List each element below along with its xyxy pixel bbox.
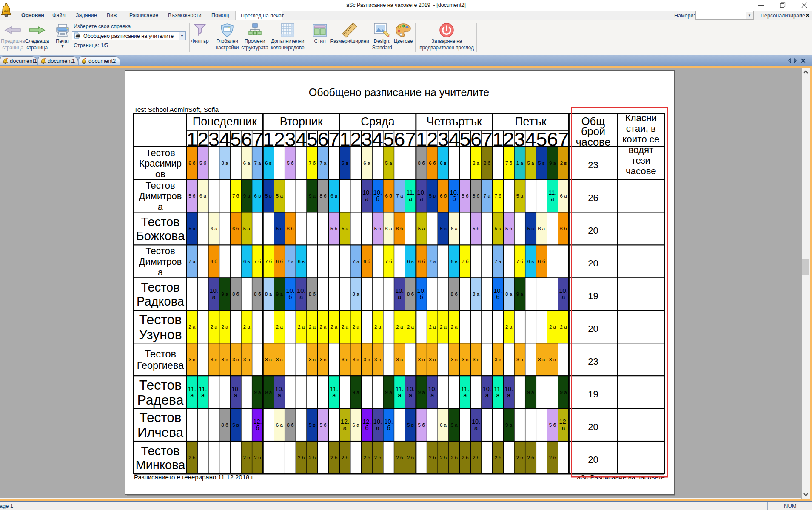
svg-text:3 в: 3 в [429, 357, 436, 362]
svg-text:2: 2 [427, 128, 438, 150]
svg-text:а: а [365, 196, 369, 202]
svg-text:10.: 10. [210, 287, 218, 294]
svg-text:6 в: 6 в [243, 259, 250, 264]
svg-text:5: 5 [459, 128, 470, 150]
svg-text:водят: водят [628, 144, 653, 155]
svg-text:10.: 10. [385, 418, 393, 425]
svg-text:6 а: 6 а [560, 193, 567, 198]
svg-text:9 а: 9 а [451, 422, 458, 428]
svg-text:Обобщено разписание на учители: Обобщено разписание на учителите [309, 86, 489, 98]
svg-text:2 б: 2 б [549, 455, 556, 460]
svg-text:5 а: 5 а [418, 226, 425, 231]
svg-text:6 а: 6 а [243, 161, 251, 166]
svg-text:а: а [562, 294, 566, 300]
svg-text:б: б [453, 196, 456, 202]
svg-text:а: а [343, 425, 347, 431]
svg-text:Илчева: Илчева [137, 425, 184, 440]
svg-text:1: 1 [263, 128, 274, 150]
svg-text:които се: които се [622, 134, 659, 144]
svg-text:4: 4 [372, 128, 383, 150]
svg-text:4: 4 [219, 128, 230, 150]
svg-text:2: 2 [503, 128, 514, 150]
svg-text:11.: 11. [461, 385, 469, 392]
svg-text:26: 26 [588, 193, 598, 203]
svg-text:6 а: 6 а [363, 161, 370, 166]
svg-text:3 в: 3 в [320, 357, 327, 362]
svg-text:3 в: 3 в [549, 357, 556, 362]
svg-text:8 б: 8 б [221, 422, 228, 428]
svg-text:а: а [212, 294, 216, 300]
svg-text:7 а: 7 а [396, 193, 403, 198]
svg-text:6 б: 6 б [429, 161, 436, 166]
svg-text:6 в: 6 в [298, 259, 305, 264]
svg-text:2 а: 2 а [211, 324, 218, 329]
svg-text:2 б: 2 б [462, 455, 469, 460]
svg-text:3 в: 3 в [363, 357, 370, 362]
svg-text:4: 4 [296, 128, 307, 150]
svg-text:2: 2 [350, 128, 362, 150]
svg-text:8 б: 8 б [309, 292, 316, 297]
svg-text:а: а [234, 392, 238, 399]
svg-text:2 а: 2 а [298, 324, 305, 329]
svg-text:asc: asc [4, 9, 9, 13]
svg-text:7: 7 [252, 128, 263, 150]
svg-text:2 б: 2 б [309, 455, 316, 460]
svg-text:10.: 10. [362, 189, 371, 196]
svg-text:а: а [507, 392, 511, 399]
svg-text:6 в: 6 в [254, 193, 261, 198]
svg-text:Божкова: Божкова [136, 229, 185, 243]
svg-text:7 а: 7 а [287, 259, 294, 264]
svg-text:стаи, в: стаи, в [626, 123, 656, 134]
svg-text:7: 7 [558, 128, 569, 150]
svg-text:8 а: 8 а [353, 292, 360, 297]
svg-text:2 б: 2 б [429, 455, 436, 460]
svg-text:Разписанието е генерирано:11.1: Разписанието е генерирано:11.12.2018 г. [134, 473, 254, 481]
svg-text:7 б: 7 б [254, 259, 261, 264]
svg-text:6 б: 6 б [385, 193, 393, 198]
svg-text:3: 3 [285, 128, 296, 150]
svg-text:2 а: 2 а [330, 324, 338, 329]
svg-text:2 а: 2 а [560, 324, 567, 329]
svg-text:10.: 10. [395, 287, 404, 294]
svg-text:Четвъртък: Четвъртък [427, 115, 482, 128]
svg-text:5 б: 5 б [374, 226, 382, 231]
svg-text:10.: 10. [504, 385, 513, 392]
svg-text:5 б: 5 б [473, 226, 480, 231]
svg-text:2 а: 2 а [188, 324, 196, 329]
svg-text:а: а [398, 294, 402, 300]
svg-text:3 в: 3 в [342, 357, 348, 362]
svg-text:6 а: 6 а [451, 226, 458, 231]
svg-text:9 а: 9 а [309, 193, 316, 198]
svg-text:10.: 10. [231, 385, 240, 392]
svg-text:2 б: 2 б [188, 455, 196, 460]
svg-text:7 а: 7 а [254, 161, 261, 166]
svg-text:7 б: 7 б [494, 193, 501, 198]
svg-text:б: б [288, 294, 292, 300]
svg-text:20: 20 [588, 422, 598, 432]
svg-text:5 б: 5 б [199, 161, 207, 166]
svg-text:3 в: 3 в [538, 357, 545, 362]
svg-text:6 а: 6 а [211, 226, 218, 231]
svg-text:5 в: 5 в [429, 193, 436, 198]
svg-text:20: 20 [588, 454, 598, 465]
svg-text:7 б: 7 б [265, 259, 272, 264]
svg-text:1: 1 [186, 128, 197, 150]
svg-text:12.: 12. [559, 418, 568, 425]
svg-text:5 а: 5 а [276, 193, 283, 198]
svg-text:2 б: 2 б [494, 455, 501, 460]
svg-text:3 в: 3 в [276, 357, 283, 362]
svg-text:3: 3 [361, 128, 372, 150]
svg-text:6 в: 6 в [265, 161, 272, 166]
svg-text:3 в: 3 в [353, 357, 359, 362]
svg-text:6 а: 6 а [353, 422, 360, 428]
svg-text:3 в: 3 в [462, 357, 469, 362]
svg-text:а: а [496, 392, 500, 399]
svg-text:б: б [256, 425, 259, 431]
svg-text:7 а: 7 а [188, 259, 196, 264]
svg-text:6 б: 6 б [276, 259, 283, 264]
svg-text:7 б: 7 б [462, 259, 469, 264]
svg-text:10.: 10. [417, 189, 426, 196]
svg-text:Петък: Петък [515, 115, 547, 128]
svg-text:7: 7 [482, 128, 493, 150]
svg-text:Красимир: Красимир [139, 158, 182, 169]
